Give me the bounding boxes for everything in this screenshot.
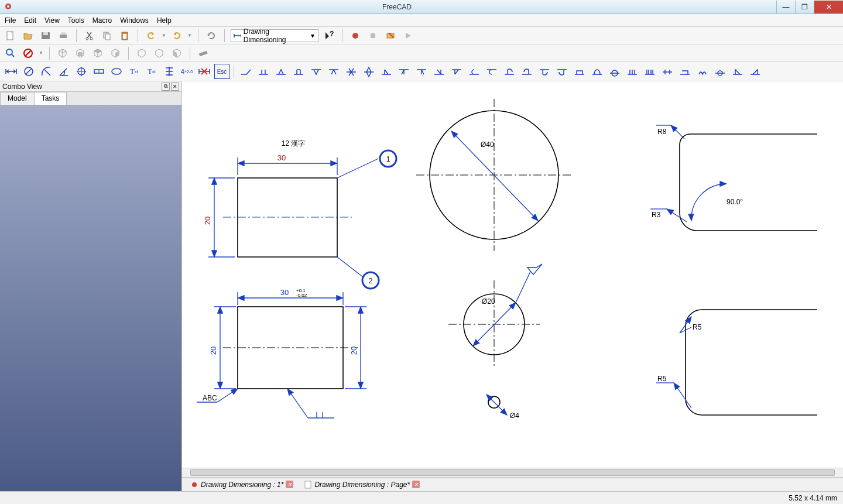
weld-symbol-19-icon[interactable] bbox=[554, 64, 570, 79]
menu-edit[interactable]: Edit bbox=[24, 16, 36, 25]
workbench-select[interactable]: Drawing Dimensioning ▾ bbox=[231, 29, 318, 42]
undo-dropdown[interactable]: ▼ bbox=[162, 33, 166, 38]
weld-symbol-10-icon[interactable] bbox=[396, 64, 412, 79]
weld-symbol-22-icon[interactable] bbox=[607, 64, 622, 79]
dropdown-icon[interactable]: ▼ bbox=[39, 50, 43, 56]
zoom-fit-button[interactable] bbox=[4, 46, 18, 60]
status-coords: 5.52 x 4.14 mm bbox=[789, 494, 837, 502]
dim-20a-label: 20 bbox=[209, 347, 218, 355]
cut-button[interactable] bbox=[83, 29, 97, 43]
weld-symbol-28-icon[interactable] bbox=[712, 64, 728, 79]
whatsthis-button[interactable]: ? bbox=[322, 29, 336, 43]
tab-model[interactable]: Model bbox=[0, 92, 35, 105]
weld-symbol-14-icon[interactable] bbox=[467, 64, 482, 79]
svg-rect-10 bbox=[105, 34, 110, 40]
macro-stop-button[interactable] bbox=[366, 29, 380, 43]
save-button[interactable] bbox=[39, 29, 53, 43]
weld-symbol-25-icon[interactable] bbox=[660, 64, 675, 79]
minimize-button[interactable]: — bbox=[776, 1, 795, 13]
maximize-button[interactable]: ❐ bbox=[795, 1, 814, 13]
weld-symbol-20-icon[interactable] bbox=[572, 64, 587, 79]
menu-windows[interactable]: Windows bbox=[120, 16, 149, 25]
weld-symbol-26-icon[interactable] bbox=[677, 64, 693, 79]
tolerance-icon[interactable] bbox=[162, 64, 177, 79]
weld-symbol-15-icon[interactable] bbox=[484, 64, 499, 79]
menu-file[interactable]: File bbox=[5, 16, 16, 25]
weld-symbol-16-icon[interactable] bbox=[502, 64, 517, 79]
delete-dim-icon[interactable] bbox=[197, 64, 212, 79]
weld-symbol-29-icon[interactable] bbox=[730, 64, 745, 79]
drawing-canvas[interactable]: .thk { stroke:#000; stroke-width:1.6; fi… bbox=[182, 81, 843, 468]
weld-symbol-18-icon[interactable] bbox=[537, 64, 552, 79]
menu-tools[interactable]: Tools bbox=[68, 16, 84, 25]
refresh-button[interactable] bbox=[204, 29, 218, 43]
doc-tab-1[interactable]: Drawing Dimensioning : 1* ✕ bbox=[187, 479, 297, 490]
iso-view-button[interactable] bbox=[56, 46, 70, 60]
redo-button[interactable] bbox=[170, 29, 184, 43]
open-button[interactable] bbox=[21, 29, 35, 43]
svg-rect-4 bbox=[43, 32, 48, 35]
doc-tab-2[interactable]: Drawing Dimensioning : Page* ✕ bbox=[300, 479, 423, 490]
macro-record-button[interactable] bbox=[348, 29, 362, 43]
weld-symbol-21-icon[interactable] bbox=[590, 64, 605, 79]
tab-tasks[interactable]: Tasks bbox=[34, 92, 67, 105]
weld-symbol-8-icon[interactable] bbox=[361, 64, 376, 79]
weld-symbol-5-icon[interactable] bbox=[309, 64, 324, 79]
macro-run-button[interactable] bbox=[401, 29, 415, 43]
top-view-button[interactable] bbox=[91, 46, 105, 60]
weld-symbol-1-icon[interactable] bbox=[238, 64, 253, 79]
horizontal-scrollbar[interactable] bbox=[182, 468, 843, 477]
radius-dim-icon[interactable] bbox=[39, 64, 54, 79]
measure-button[interactable] bbox=[196, 46, 210, 60]
weld-symbol-27-icon[interactable] bbox=[695, 64, 710, 79]
close-icon[interactable]: ✕ bbox=[412, 481, 420, 488]
print-button[interactable] bbox=[56, 29, 70, 43]
bubble-1-label: 1 bbox=[386, 155, 390, 163]
text-edit-icon[interactable]: Txt bbox=[144, 64, 159, 79]
weld-symbol-24-icon[interactable] bbox=[642, 64, 657, 79]
weld-symbol-9-icon[interactable] bbox=[379, 64, 394, 79]
linear-dim-icon[interactable] bbox=[4, 64, 19, 79]
circle-dim-icon[interactable] bbox=[21, 64, 36, 79]
close-icon[interactable]: ✕ bbox=[286, 481, 293, 488]
escape-icon[interactable]: Esc bbox=[214, 64, 229, 79]
panel-float-button[interactable]: ⧉ bbox=[162, 83, 170, 91]
weld-symbol-7-icon[interactable] bbox=[344, 64, 359, 79]
redo-dropdown[interactable]: ▼ bbox=[187, 33, 192, 38]
copy-button[interactable] bbox=[100, 29, 114, 43]
weld-symbol-2-icon[interactable] bbox=[256, 64, 271, 79]
paste-button[interactable] bbox=[118, 29, 132, 43]
weld-symbol-23-icon[interactable] bbox=[625, 64, 640, 79]
weld-symbol-12-icon[interactable] bbox=[431, 64, 447, 79]
ellipse-dim-icon[interactable] bbox=[109, 64, 124, 79]
panel-close-button[interactable]: ✕ bbox=[171, 83, 179, 91]
weld-symbol-6-icon[interactable] bbox=[326, 64, 341, 79]
half-dim-icon[interactable] bbox=[91, 64, 107, 79]
weld-symbol-13-icon[interactable] bbox=[449, 64, 464, 79]
menu-help[interactable]: Help bbox=[157, 16, 172, 25]
menu-view[interactable]: View bbox=[44, 16, 60, 25]
center-mark-icon[interactable] bbox=[74, 64, 89, 79]
rear-view-button[interactable] bbox=[135, 46, 149, 60]
text-icon[interactable]: Txt bbox=[126, 64, 142, 79]
page-icon bbox=[304, 481, 312, 489]
combo-tabs: Model Tasks bbox=[0, 92, 181, 105]
macro-edit-button[interactable] bbox=[383, 29, 397, 43]
svg-point-1 bbox=[7, 5, 9, 8]
left-view-button[interactable] bbox=[170, 46, 184, 60]
front-view-button[interactable] bbox=[73, 46, 87, 60]
weld-symbol-17-icon[interactable] bbox=[519, 64, 534, 79]
weld-symbol-4-icon[interactable] bbox=[291, 64, 306, 79]
right-view-button[interactable] bbox=[108, 46, 122, 60]
tolerance-text-icon[interactable]: 4+2-0 bbox=[179, 64, 194, 79]
close-button[interactable]: ✕ bbox=[814, 1, 843, 13]
weld-symbol-11-icon[interactable] bbox=[414, 64, 429, 79]
new-doc-button[interactable] bbox=[4, 29, 18, 43]
weld-symbol-3-icon[interactable] bbox=[273, 64, 289, 79]
no-entry-button[interactable] bbox=[21, 46, 35, 60]
angle-dim-icon[interactable] bbox=[56, 64, 71, 79]
menu-macro[interactable]: Macro bbox=[92, 16, 112, 25]
weld-symbol-30-icon[interactable] bbox=[748, 64, 763, 79]
undo-button[interactable] bbox=[144, 29, 158, 43]
bottom-view-button[interactable] bbox=[152, 46, 166, 60]
